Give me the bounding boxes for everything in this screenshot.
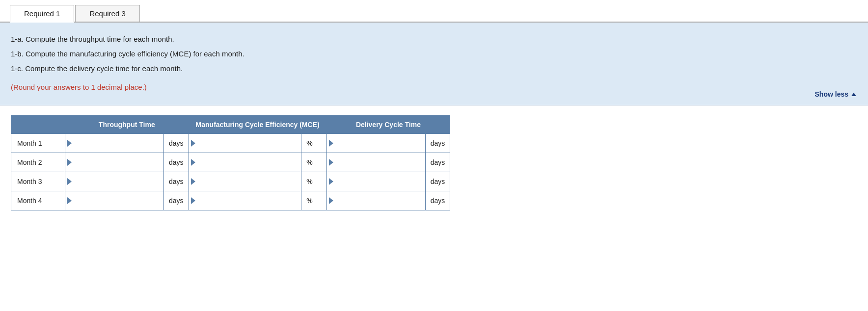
- mce-input-cell-2[interactable]: [189, 153, 301, 172]
- input-arrow-icon: [329, 140, 333, 147]
- delivery-input-cell-1[interactable]: [326, 134, 425, 153]
- input-arrow-icon: [191, 197, 195, 204]
- instructions-box: 1-a. Compute the throughput time for eac…: [0, 23, 868, 105]
- instruction-line3: 1-c. Compute the delivery cycle time for…: [11, 63, 853, 75]
- throughput-input-cell-2[interactable]: [65, 153, 164, 172]
- input-arrow-icon: [191, 178, 195, 185]
- mce-input-cell-1[interactable]: [189, 134, 301, 153]
- table-row: Month 4days%days: [11, 191, 450, 210]
- throughput-unit-2: days: [164, 153, 189, 172]
- month-label-2: Month 2: [11, 153, 65, 172]
- throughput-unit-4: days: [164, 191, 189, 210]
- mce-input-3[interactable]: [195, 172, 301, 191]
- month-label-3: Month 3: [11, 172, 65, 191]
- delivery-unit-3: days: [425, 172, 450, 191]
- throughput-input-4[interactable]: [72, 191, 163, 210]
- throughput-unit-3: days: [164, 172, 189, 191]
- table-row: Month 2days%days: [11, 153, 450, 172]
- header-col-mce: Manufacturing Cycle Efficiency (MCE): [189, 116, 326, 134]
- input-arrow-icon: [191, 159, 195, 166]
- table-row: Month 1days%days: [11, 134, 450, 153]
- throughput-input-cell-4[interactable]: [65, 191, 164, 210]
- input-arrow-icon: [329, 159, 333, 166]
- mce-input-cell-3[interactable]: [189, 172, 301, 191]
- throughput-input-cell-3[interactable]: [65, 172, 164, 191]
- delivery-input-cell-2[interactable]: [326, 153, 425, 172]
- mce-unit-4: %: [301, 191, 326, 210]
- delivery-input-cell-4[interactable]: [326, 191, 425, 210]
- input-arrow-icon: [67, 159, 72, 166]
- delivery-input-3[interactable]: [333, 172, 425, 191]
- input-arrow-icon: [329, 178, 333, 185]
- mce-input-4[interactable]: [195, 191, 301, 210]
- delivery-input-cell-3[interactable]: [326, 172, 425, 191]
- input-arrow-icon: [67, 140, 72, 147]
- input-arrow-icon: [191, 140, 195, 147]
- month-label-4: Month 4: [11, 191, 65, 210]
- tabs-container: Required 1 Required 3: [0, 0, 868, 23]
- arrow-up-icon: [851, 93, 856, 96]
- table-header-row: Throughput Time Manufacturing Cycle Effi…: [11, 116, 450, 134]
- delivery-input-2[interactable]: [333, 153, 425, 172]
- delivery-input-1[interactable]: [333, 134, 425, 153]
- delivery-input-4[interactable]: [333, 191, 425, 210]
- input-arrow-icon: [329, 197, 333, 204]
- delivery-unit-1: days: [425, 134, 450, 153]
- delivery-unit-4: days: [425, 191, 450, 210]
- throughput-input-3[interactable]: [72, 172, 163, 191]
- table-section: Throughput Time Manufacturing Cycle Effi…: [0, 105, 868, 220]
- input-arrow-icon: [67, 197, 72, 204]
- header-col-throughput: Throughput Time: [65, 116, 189, 134]
- mce-input-1[interactable]: [195, 134, 301, 153]
- show-less-label: Show less: [815, 90, 848, 98]
- throughput-unit-1: days: [164, 134, 189, 153]
- mce-unit-1: %: [301, 134, 326, 153]
- header-col-delivery: Delivery Cycle Time: [326, 116, 450, 134]
- mce-unit-2: %: [301, 153, 326, 172]
- month-label-1: Month 1: [11, 134, 65, 153]
- throughput-input-2[interactable]: [72, 153, 163, 172]
- data-table: Throughput Time Manufacturing Cycle Effi…: [11, 115, 450, 210]
- header-col-month: [11, 116, 65, 134]
- mce-input-cell-4[interactable]: [189, 191, 301, 210]
- round-note: (Round your answers to 1 decimal place.): [11, 81, 853, 93]
- instruction-line1: 1-a. Compute the throughput time for eac…: [11, 33, 853, 45]
- table-row: Month 3days%days: [11, 172, 450, 191]
- delivery-unit-2: days: [425, 153, 450, 172]
- mce-input-2[interactable]: [195, 153, 301, 172]
- input-arrow-icon: [67, 178, 72, 185]
- tab-required3[interactable]: Required 3: [75, 5, 139, 22]
- throughput-input-cell-1[interactable]: [65, 134, 164, 153]
- show-less-button[interactable]: Show less: [815, 90, 856, 98]
- throughput-input-1[interactable]: [72, 134, 163, 153]
- instruction-line2: 1-b. Compute the manufacturing cycle eff…: [11, 48, 853, 60]
- tab-required1[interactable]: Required 1: [10, 5, 74, 23]
- mce-unit-3: %: [301, 172, 326, 191]
